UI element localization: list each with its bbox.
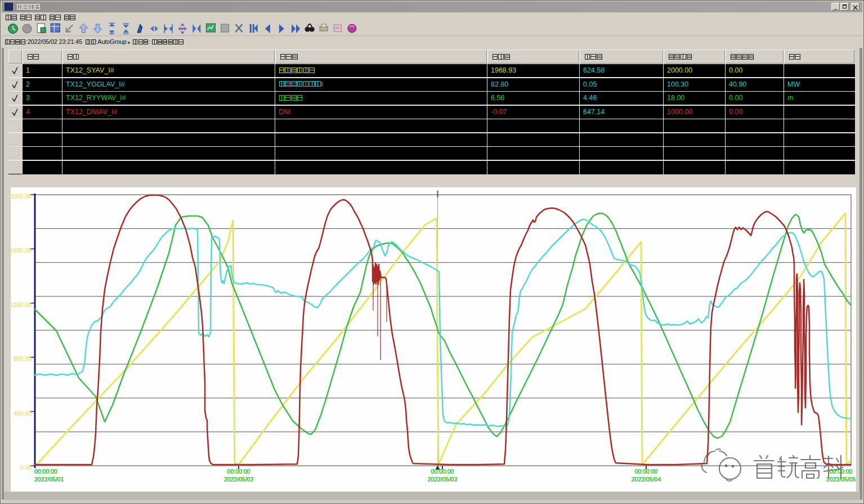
svg-text:1600.00: 1600.00 (10, 247, 32, 254)
svg-text:2022/05/04: 2022/05/04 (632, 476, 661, 483)
svg-text:2022/05/03: 2022/05/03 (428, 476, 458, 483)
svg-text:0.00: 0.00 (20, 464, 32, 471)
svg-text:800.00: 800.00 (14, 356, 32, 362)
svg-text:00:00:00: 00:00:00 (830, 468, 853, 475)
svg-text:00:00:00: 00:00:00 (431, 468, 454, 475)
svg-text:2000.00: 2000.00 (10, 193, 32, 200)
svg-text:2022/05/01: 2022/05/01 (34, 476, 64, 483)
svg-text:400.00: 400.00 (14, 410, 32, 417)
svg-text:00:00:00: 00:00:00 (227, 468, 250, 475)
svg-text:00:00:00: 00:00:00 (34, 468, 57, 475)
svg-text:2022/05/02: 2022/05/02 (224, 476, 254, 483)
svg-text:2022/05/05: 2022/05/05 (826, 476, 856, 483)
svg-text:1200.00: 1200.00 (10, 302, 32, 308)
svg-text:00:00:00: 00:00:00 (635, 468, 658, 475)
